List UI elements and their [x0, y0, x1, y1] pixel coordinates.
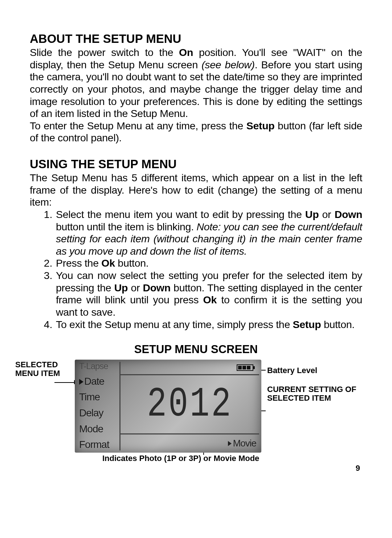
lcd-center-value: 2012	[147, 381, 233, 428]
text: or	[319, 209, 334, 220]
text-bold-setup: Setup	[246, 120, 275, 132]
text: Date	[84, 376, 104, 387]
battery-icon	[237, 364, 256, 371]
lcd-mode-value: Movie	[233, 438, 256, 449]
text: or	[128, 282, 143, 294]
text-bold: Ok	[101, 257, 115, 269]
text: Slide the power switch to the	[30, 46, 179, 58]
step-4: To exit the Setup menu at any time, simp…	[56, 319, 362, 331]
lcd-menu-item: Delay	[79, 408, 117, 418]
svg-rect-1	[253, 366, 255, 369]
text-bold: Down	[335, 209, 362, 220]
text-bold: Up	[114, 282, 128, 294]
callout-selected-menu-item: Selected Menu Item	[15, 360, 73, 378]
callout-mode-indicator: Indicates Photo (1P or 3P) or Movie Mode	[102, 454, 291, 463]
heading-about: ABOUT THE SETUP MENU	[30, 32, 362, 46]
callout-battery-level: Battery Level	[267, 366, 362, 375]
text: Select the menu item you want to edit by…	[56, 209, 305, 220]
text-bold: Ok	[203, 294, 217, 306]
svg-rect-2	[238, 366, 242, 369]
lcd-center-frame: 2012	[121, 374, 259, 434]
text-bold: Setup	[293, 319, 321, 330]
text: button.	[321, 319, 355, 330]
lcd-menu-list: T-Lapse Date Time Delay Mode Format	[77, 362, 121, 450]
text-bold-on: On	[179, 46, 193, 58]
text: button.	[115, 257, 149, 269]
page-number: 9	[356, 464, 360, 473]
pointer-icon	[228, 441, 232, 446]
lcd-menu-item-clipped: T-Lapse	[79, 362, 117, 371]
text: Press the	[56, 257, 101, 269]
lcd-menu-item: Time	[79, 392, 117, 402]
leader-line	[54, 382, 75, 383]
text-italic: (see below)	[201, 59, 255, 70]
svg-rect-4	[247, 366, 250, 369]
lcd-menu-item: Format	[79, 440, 117, 450]
text: button until the item is blinking.	[56, 221, 196, 232]
text: To enter the Setup Menu at any time, pre…	[30, 120, 246, 132]
pointer-icon	[79, 379, 83, 385]
steps-list: Select the menu item you want to edit by…	[30, 209, 362, 331]
about-paragraph-2: To enter the Setup Menu at any time, pre…	[30, 120, 362, 144]
callout-text: Selected Menu Item	[15, 360, 60, 378]
svg-rect-3	[242, 366, 246, 369]
step-3: You can now select the setting you prefe…	[56, 270, 362, 319]
callout-current-setting: Current Setting of Selected Item	[267, 385, 362, 403]
lcd-screen: T-Lapse Date Time Delay Mode Format 2012	[75, 360, 261, 453]
text-bold: Down	[143, 282, 170, 294]
diagram-title: SETUP MENU SCREEN	[30, 343, 362, 356]
lcd-menu-item: Mode	[79, 424, 117, 434]
heading-using: USING THE SETUP MENU	[30, 157, 362, 171]
lcd-bottom-row: Movie	[121, 438, 256, 449]
lcd-menu-item-selected: Date	[79, 376, 117, 387]
text: To exit the Setup menu at any time, simp…	[56, 319, 293, 330]
step-2: Press the Ok button.	[56, 257, 362, 270]
text-bold: Up	[305, 209, 319, 220]
manual-page: ABOUT THE SETUP MENU Slide the power swi…	[0, 0, 392, 480]
diagram: Selected Menu Item Battery Level Current…	[30, 360, 362, 465]
about-paragraph-1: Slide the power switch to the On positio…	[30, 46, 362, 120]
callout-text: Current Setting of Selected Item	[267, 385, 356, 403]
step-1: Select the menu item you want to edit by…	[56, 209, 362, 258]
using-intro: The Setup Menu has 5 different items, wh…	[30, 172, 362, 209]
